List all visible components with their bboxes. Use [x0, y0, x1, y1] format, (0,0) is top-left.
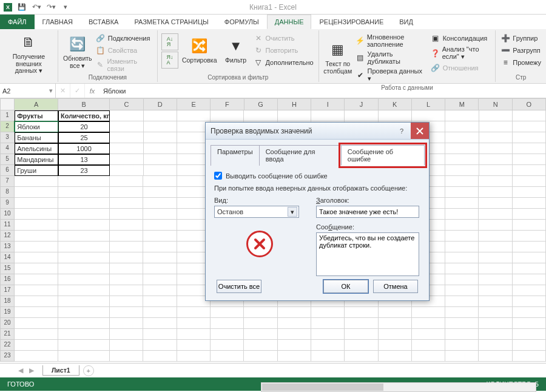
- error-message-textarea[interactable]: [316, 232, 419, 276]
- data-validation-button[interactable]: ✔Проверка данных ▾: [354, 67, 428, 83]
- cell[interactable]: [479, 263, 512, 274]
- col-header-H[interactable]: H: [278, 98, 311, 110]
- cell[interactable]: [311, 340, 345, 351]
- flash-fill-button[interactable]: ⚡Мгновенное заполнение: [354, 33, 428, 49]
- cell[interactable]: [15, 209, 58, 220]
- cell[interactable]: [15, 187, 58, 198]
- cell[interactable]: [345, 307, 378, 318]
- cell[interactable]: [513, 351, 546, 362]
- cell[interactable]: [513, 252, 546, 263]
- cell[interactable]: [15, 296, 58, 307]
- cell[interactable]: [513, 176, 546, 187]
- cell[interactable]: [110, 187, 143, 198]
- row-header[interactable]: 4: [0, 143, 15, 154]
- row-header[interactable]: 19: [0, 307, 15, 318]
- cell[interactable]: [211, 318, 244, 329]
- cell[interactable]: [479, 329, 512, 340]
- what-if-button[interactable]: ❓Анализ "что если" ▾: [430, 45, 492, 61]
- cell[interactable]: Бананы: [15, 132, 58, 143]
- cell[interactable]: [445, 263, 479, 274]
- row-header[interactable]: 21: [0, 329, 15, 340]
- cell[interactable]: [412, 340, 445, 351]
- cell[interactable]: [479, 340, 512, 351]
- cell[interactable]: [479, 209, 512, 220]
- cell[interactable]: [110, 220, 143, 231]
- cell[interactable]: [513, 329, 546, 340]
- row-header[interactable]: 1: [0, 110, 15, 121]
- cell[interactable]: [58, 318, 110, 329]
- cell[interactable]: [144, 154, 177, 165]
- cell[interactable]: [58, 296, 110, 307]
- show-error-checkbox[interactable]: [214, 172, 222, 180]
- cell[interactable]: [445, 252, 479, 263]
- cell[interactable]: [311, 318, 345, 329]
- col-header-B[interactable]: B: [58, 98, 110, 110]
- cell[interactable]: [479, 154, 513, 165]
- cell[interactable]: [177, 329, 211, 340]
- cell[interactable]: [379, 351, 412, 362]
- cell[interactable]: [513, 307, 546, 318]
- cell[interactable]: [143, 307, 177, 318]
- cell[interactable]: [445, 176, 479, 187]
- cell[interactable]: [445, 307, 479, 318]
- cell[interactable]: [513, 296, 546, 307]
- cell[interactable]: [110, 121, 143, 132]
- cell[interactable]: [144, 121, 177, 132]
- cell[interactable]: [244, 329, 277, 340]
- cell[interactable]: [143, 329, 177, 340]
- cell[interactable]: [345, 351, 378, 362]
- dialog-tab-error-alert[interactable]: Сообщение об ошибке: [341, 145, 425, 166]
- col-header-G[interactable]: G: [244, 98, 278, 110]
- cell[interactable]: [345, 340, 378, 351]
- cancel-formula-icon[interactable]: ✕: [56, 84, 70, 98]
- kind-select[interactable]: Останов ▾: [214, 206, 299, 218]
- cell[interactable]: [479, 121, 513, 132]
- cell[interactable]: [445, 143, 479, 154]
- cell[interactable]: [513, 143, 546, 154]
- show-error-checkbox-row[interactable]: Выводить сообщение об ошибке: [214, 172, 420, 180]
- col-header-J[interactable]: J: [345, 98, 378, 110]
- tab-file[interactable]: ФАЙЛ: [0, 15, 35, 29]
- get-external-data-button[interactable]: 🗎 Получение внешних данных ▾: [4, 32, 54, 76]
- cell[interactable]: [278, 351, 311, 362]
- horizontal-scrollbar[interactable]: [261, 382, 536, 392]
- cell[interactable]: [278, 340, 311, 351]
- cell[interactable]: [479, 318, 512, 329]
- consolidate-button[interactable]: ▣Консолидация: [430, 33, 492, 44]
- cell[interactable]: [144, 132, 177, 143]
- cell[interactable]: [143, 252, 177, 263]
- col-header-F[interactable]: F: [211, 98, 244, 110]
- cell[interactable]: [479, 231, 512, 242]
- cell[interactable]: [15, 274, 58, 285]
- cell[interactable]: [311, 110, 345, 121]
- cell[interactable]: 13: [58, 154, 110, 165]
- undo-icon[interactable]: ↶▾: [32, 2, 41, 12]
- clear-filter-button[interactable]: ✕Очистить: [252, 33, 315, 44]
- cell[interactable]: 20: [58, 121, 110, 132]
- cell[interactable]: [479, 274, 512, 285]
- col-header-A[interactable]: A: [15, 98, 58, 110]
- cell[interactable]: [479, 132, 513, 143]
- cell[interactable]: [445, 154, 479, 165]
- subtotal-button[interactable]: ≡Промежу: [499, 57, 542, 68]
- dialog-close-button[interactable]: [411, 123, 429, 139]
- cell[interactable]: [15, 198, 58, 209]
- cell[interactable]: [110, 318, 143, 329]
- cell[interactable]: [110, 176, 143, 187]
- cell[interactable]: [143, 231, 177, 242]
- cell[interactable]: [513, 154, 546, 165]
- cell[interactable]: [110, 110, 143, 121]
- cell[interactable]: [211, 329, 244, 340]
- cell[interactable]: [445, 231, 479, 242]
- cell[interactable]: [311, 329, 345, 340]
- tab-home[interactable]: ГЛАВНАЯ: [35, 15, 81, 29]
- cell[interactable]: [110, 307, 143, 318]
- cell[interactable]: [58, 209, 110, 220]
- text-to-columns-button[interactable]: ▦ Текст по столбцам: [323, 32, 353, 83]
- cell[interactable]: [15, 252, 58, 263]
- cell[interactable]: [445, 187, 479, 198]
- cell[interactable]: [513, 242, 546, 252]
- cell[interactable]: [311, 307, 345, 318]
- cell[interactable]: [58, 285, 110, 296]
- cell[interactable]: [110, 209, 143, 220]
